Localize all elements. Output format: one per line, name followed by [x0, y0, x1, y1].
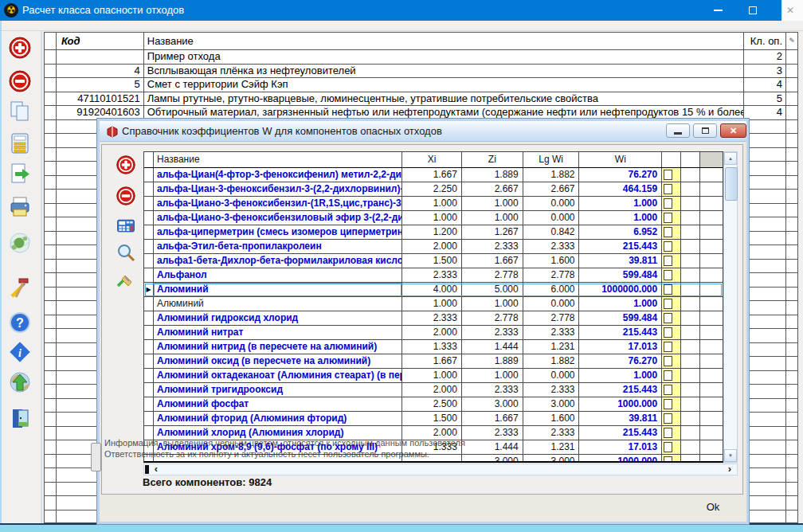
waste-row[interactable]: 47110101521Лампы ртутные, ртутно-кварцев… — [45, 92, 797, 107]
component-row[interactable]: Алюминий тригидрооксид2.0002.3332.333215… — [144, 383, 723, 397]
scroll-right-button[interactable]: › — [724, 464, 735, 475]
zi-value: 2.778 — [462, 311, 523, 325]
component-row[interactable]: альфа-Циано-3-феноксибензиловый эфир 3-(… — [144, 211, 723, 225]
components-button[interactable] — [8, 231, 32, 255]
row-selector — [45, 120, 57, 134]
component-row[interactable]: Алюминий гидроксид хлорид2.3332.7782.778… — [144, 311, 723, 326]
waste-row[interactable]: 4Всплывающая плёнка из нефтеуловителей3 — [45, 65, 797, 79]
checkbox[interactable] — [664, 270, 672, 280]
checkbox[interactable] — [664, 342, 672, 352]
remove-waste-button[interactable] — [8, 69, 32, 93]
lgwi-value: 0.000 — [523, 197, 580, 210]
component-row[interactable]: альфа-Циано-3-феноксибензил-(1R,1S,цис,т… — [144, 197, 723, 211]
component-row[interactable]: Альфанол2.3332.7782.778599.484 — [144, 268, 723, 283]
lgwi-value: 2.778 — [523, 268, 580, 282]
minimize-button[interactable] — [706, 0, 730, 21]
edit-cell — [786, 371, 797, 385]
checkbox[interactable] — [664, 256, 672, 266]
zi-value: 3.000 — [462, 397, 523, 411]
row-marker — [144, 354, 154, 368]
help-button[interactable]: ? — [8, 311, 32, 334]
scrollbar-thumb-fragment[interactable] — [91, 443, 101, 471]
checkbox[interactable] — [664, 241, 672, 252]
dialog-close-button[interactable]: ✕ — [720, 123, 746, 138]
horizontal-scrollbar[interactable]: ‹ › — [143, 464, 738, 475]
xi-value: 1.667 — [402, 354, 462, 368]
component-row[interactable]: Алюминий нитрид (в пересчете на алюминий… — [144, 340, 723, 354]
calculate-button[interactable] — [8, 131, 32, 155]
component-row[interactable]: альфа-Циан(4-фтор-3-феноксифенил) метил-… — [144, 168, 723, 182]
checkbox[interactable] — [664, 327, 672, 338]
export-button[interactable] — [8, 162, 32, 186]
ok-button[interactable]: Ok — [693, 501, 733, 515]
waste-class: 4 — [744, 106, 786, 119]
component-row[interactable]: Алюминий нитрат2.0002.3332.333215.443 — [144, 326, 723, 340]
printer-icon — [8, 195, 32, 219]
row-selector — [45, 455, 57, 468]
checkbox[interactable] — [664, 313, 672, 323]
waste-row[interactable]: 5Смет с территории Сэйф Кэп4 — [45, 78, 797, 92]
close-button[interactable]: ✕ — [781, 0, 803, 21]
waste-class — [744, 134, 786, 147]
horizontal-scroll-thumb[interactable] — [145, 465, 149, 474]
scroll-left-button[interactable]: ‹ — [151, 464, 162, 475]
checkbox[interactable] — [664, 356, 672, 366]
checkbox[interactable] — [664, 370, 672, 381]
lgwi-value: 2.333 — [523, 240, 580, 253]
add-waste-button[interactable] — [8, 36, 32, 60]
update-button[interactable] — [8, 370, 32, 394]
component-row[interactable]: Алюминий1.0001.0000.0001.000 — [144, 297, 723, 311]
checkbox-cell — [662, 397, 681, 411]
maximize-button[interactable] — [741, 0, 765, 21]
component-row[interactable]: Алюминий оксид (в пересчете на алюминий)… — [144, 354, 723, 369]
component-row[interactable]: Алюминий октадеканоат (Алюминия стеарат)… — [144, 369, 723, 383]
component-name: альфа-Этил-бета-пропилакролеин — [154, 240, 402, 253]
copy-button[interactable] — [8, 100, 32, 123]
close-icon: ✕ — [730, 126, 737, 136]
component-row[interactable]: альфа1-бета-Дихлор-бета-формилакриловая … — [144, 254, 723, 268]
checkbox[interactable] — [664, 227, 672, 237]
checkbox[interactable] — [664, 299, 672, 309]
waste-class — [744, 440, 786, 454]
checkbox[interactable] — [664, 428, 672, 438]
component-row[interactable]: Алюминий фосфат2.5003.0003.0001000.000 — [144, 397, 723, 412]
remove-component-button[interactable] — [116, 186, 136, 206]
component-row[interactable]: альфа-циперметрин (смесь изомеров циперм… — [144, 225, 723, 240]
checkbox[interactable] — [664, 213, 672, 223]
empty-cell — [681, 254, 700, 268]
remove-icon — [116, 186, 136, 206]
checkbox[interactable] — [664, 284, 672, 295]
checkbox[interactable] — [664, 184, 672, 194]
waste-class — [744, 288, 786, 301]
settings-button[interactable] — [8, 276, 32, 300]
waste-class — [744, 176, 786, 190]
search-button[interactable] — [116, 243, 136, 264]
checkbox[interactable] — [664, 456, 672, 463]
dialog-minimize-button[interactable] — [666, 123, 690, 138]
selector-column-header — [45, 33, 57, 49]
waste-row[interactable]: Пример отхода2 — [45, 50, 797, 65]
checkbox[interactable] — [664, 385, 672, 395]
scroll-up-button[interactable]: ▲ — [724, 152, 737, 165]
scroll-down-button[interactable]: ▼ — [724, 449, 737, 462]
checkbox[interactable] — [664, 442, 672, 452]
checkbox[interactable] — [664, 198, 672, 209]
calculator-button[interactable] — [116, 216, 136, 237]
dialog-maximize-button[interactable] — [693, 123, 717, 138]
component-row[interactable]: Алюминий фторид (Алюминия фторид)1.5001.… — [144, 412, 723, 426]
checkbox[interactable] — [664, 413, 672, 424]
vertical-scrollbar[interactable]: ▲ ▼ — [723, 151, 738, 463]
component-row[interactable]: альфа-Этил-бета-пропилакролеин2.0002.333… — [144, 240, 723, 254]
add-component-button[interactable] — [116, 155, 136, 175]
clear-filter-button[interactable] — [116, 270, 136, 291]
component-row[interactable]: альфа-Циан-3-феноксибензил-3-(2,2-дихлор… — [144, 182, 723, 197]
edit-cell — [786, 343, 797, 357]
exit-button[interactable] — [8, 406, 32, 430]
info-button[interactable]: i — [8, 340, 32, 364]
print-button[interactable] — [8, 195, 32, 219]
vertical-scroll-thumb[interactable] — [725, 167, 738, 201]
checkbox[interactable] — [664, 399, 672, 409]
zi-value: 1.000 — [462, 197, 523, 210]
checkbox[interactable] — [664, 170, 672, 180]
component-row[interactable]: ▶Алюминий4.0005.0006.0001000000.000 — [144, 283, 723, 297]
